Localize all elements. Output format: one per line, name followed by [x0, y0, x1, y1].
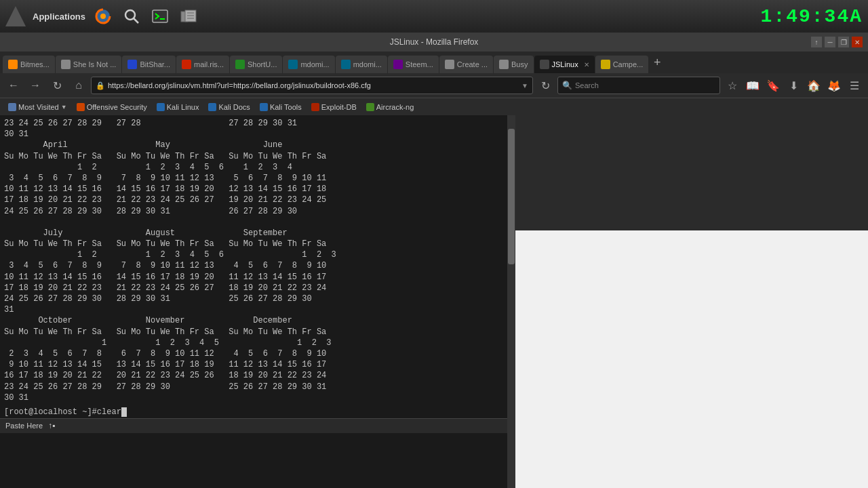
bookmark-exploit-db[interactable]: Exploit-DB — [307, 100, 361, 115]
taskbar-apps-label[interactable]: Applications — [33, 12, 85, 22]
terminal-taskbar-icon[interactable] — [149, 5, 171, 27]
tab-favicon-shortu — [235, 60, 245, 69]
bookmark-list-btn[interactable]: 📖 — [743, 76, 762, 95]
tab-steem[interactable]: Steem... — [388, 56, 439, 73]
reload-btn2[interactable]: ↻ — [536, 76, 555, 95]
command-line[interactable]: [root@localhost ~]# clear — [0, 406, 515, 418]
paste-arrow-icon: ↑▪ — [48, 421, 55, 430]
bookmark-label-most-visited: Most Visited — [18, 103, 59, 111]
svg-point-1 — [100, 14, 106, 19]
tab-favicon-mail — [182, 60, 191, 69]
tab-sheis[interactable]: She Is Not ... — [56, 56, 122, 73]
terminal-area[interactable]: 23 24 25 26 27 28 29 27 28 27 28 29 30 3… — [0, 115, 515, 488]
tab-favicon-jslinux — [540, 60, 549, 69]
taskbar-clock: 1:49:34A — [761, 6, 863, 27]
bookmark-icon-kali — [157, 103, 165, 111]
nav-right-icons: ☆ 📖 🔖 ⬇ 🏠 🦊 ☰ — [723, 76, 864, 95]
browser-title-bar: JSLinux - Mozilla Firefox ↑ ─ ❐ ✕ — [0, 33, 868, 52]
bookmark-aircrack[interactable]: Aircrack-ng — [362, 100, 418, 115]
terminal-scrollbar[interactable] — [507, 115, 515, 488]
paste-here-button[interactable]: Paste Here — [5, 422, 43, 430]
tab-label-jslinux: JSLinux — [552, 60, 578, 68]
search-icon: 🔍 — [562, 81, 572, 90]
bookmark-icon-kalidocs — [208, 103, 216, 111]
tab-create[interactable]: Create ... — [439, 56, 493, 73]
tab-label-create: Create ... — [457, 60, 488, 68]
tab-close-jslinux[interactable]: ✕ — [584, 61, 589, 68]
tab-label-mail: mail.ris... — [194, 60, 224, 68]
tab-mail[interactable]: mail.ris... — [176, 56, 229, 73]
svg-rect-4 — [153, 10, 167, 22]
search-placeholder: Search — [575, 81, 599, 89]
reading-mode-btn[interactable]: 🔖 — [764, 76, 783, 95]
tab-campe[interactable]: Campe... — [595, 56, 649, 73]
taskbar-logo — [5, 6, 26, 26]
firefox-taskbar-icon[interactable] — [92, 5, 114, 27]
browser-body: 23 24 25 26 27 28 29 27 28 27 28 29 30 3… — [0, 115, 868, 488]
terminal-cursor — [121, 407, 127, 417]
tab-bitshar[interactable]: BitShar... — [122, 56, 176, 73]
filemanager-taskbar-icon[interactable] — [178, 5, 199, 27]
bookmark-icon-most-visited — [8, 103, 16, 111]
back-button[interactable]: ← — [4, 76, 23, 95]
tab-jslinux[interactable]: JSLinux ✕ — [534, 56, 595, 73]
svg-line-3 — [134, 18, 138, 23]
tab-label-shortu: ShortU... — [248, 60, 277, 68]
bookmark-icon-exploitdb — [311, 103, 319, 111]
bookmark-icon-aircrack — [366, 103, 374, 111]
window-controls[interactable]: ↑ ─ ❐ ✕ — [811, 37, 863, 47]
window-maximize-btn[interactable]: ↑ — [811, 37, 822, 47]
browser-title: JSLinux - Mozilla Firefox — [390, 37, 479, 47]
tab-busy[interactable]: Busy — [494, 56, 533, 73]
url-dropdown-icon[interactable]: ▼ — [521, 82, 528, 89]
bookmark-most-visited[interactable]: Most Visited ▼ — [4, 100, 71, 115]
bookmark-label-exploitdb: Exploit-DB — [321, 103, 357, 111]
tab-label-bitshar: BitShar... — [140, 60, 170, 68]
tab-favicon-bitmes — [8, 60, 18, 69]
tab-bar: Bitmes... She Is Not ... BitShar... mail… — [0, 52, 868, 73]
tab-bitmes[interactable]: Bitmes... — [3, 56, 55, 73]
bookmark-label-kalidocs: Kali Docs — [218, 103, 250, 111]
home-button[interactable]: ⌂ — [69, 76, 88, 95]
scrollbar-thumb[interactable] — [508, 129, 515, 264]
tab-favicon-mdomi1 — [288, 60, 298, 69]
nav-bar: ← → ↻ ⌂ 🔒 https://bellard.org/jslinux/vm… — [0, 73, 868, 98]
tab-label-busy: Busy — [511, 60, 528, 68]
search-taskbar-icon[interactable] — [121, 5, 142, 27]
tab-mdomi2[interactable]: mdomi... — [336, 56, 387, 73]
new-tab-button[interactable]: + — [649, 54, 665, 70]
forward-button[interactable]: → — [26, 76, 45, 95]
svg-point-2 — [125, 10, 135, 20]
bookmarks-bar: Most Visited ▼ Offensive Security Kali L… — [0, 98, 868, 115]
paste-bar: Paste Here ↑▪ — [0, 418, 515, 433]
reload-button[interactable]: ↻ — [47, 76, 66, 95]
taskbar: Applications 1:49:34A — [0, 0, 868, 33]
tab-label-steem: Steem... — [406, 60, 433, 68]
url-text: https://bellard.org/jslinux/vm.html?url=… — [108, 81, 519, 89]
tab-favicon-sheis — [61, 60, 71, 69]
download-btn[interactable]: ⬇ — [784, 76, 803, 95]
bookmark-label-kali: Kali Linux — [167, 103, 199, 111]
tab-favicon-steem — [393, 60, 403, 69]
bookmark-kali-linux[interactable]: Kali Linux — [153, 100, 203, 115]
tab-shortu[interactable]: ShortU... — [230, 56, 282, 73]
tab-favicon-mdomi2 — [341, 60, 351, 69]
search-bar[interactable]: 🔍 Search — [557, 77, 720, 94]
home-btn2[interactable]: 🏠 — [804, 76, 823, 95]
window-minimize-btn[interactable]: ─ — [825, 37, 835, 47]
tab-label-bitmes: Bitmes... — [20, 60, 50, 68]
window-close-btn[interactable]: ✕ — [852, 37, 863, 47]
menu-btn[interactable]: ☰ — [845, 76, 864, 95]
bookmark-kali-docs[interactable]: Kali Docs — [204, 100, 254, 115]
tab-favicon-create — [445, 60, 454, 69]
bookmark-kali-tools[interactable]: Kali Tools — [256, 100, 306, 115]
url-bar[interactable]: 🔒 https://bellard.org/jslinux/vm.html?ur… — [91, 77, 533, 94]
tab-favicon-campe — [601, 60, 610, 69]
bookmarks-star-btn[interactable]: ☆ — [723, 76, 742, 95]
tab-mdomi1[interactable]: mdomi... — [283, 56, 334, 73]
bookmark-offensive-security[interactable]: Offensive Security — [73, 100, 151, 115]
fox-btn[interactable]: 🦊 — [825, 76, 844, 95]
bookmark-label-aircrack: Aircrack-ng — [376, 103, 414, 111]
window-restore-btn[interactable]: ❐ — [838, 37, 849, 47]
command-text: clear — [97, 407, 121, 417]
